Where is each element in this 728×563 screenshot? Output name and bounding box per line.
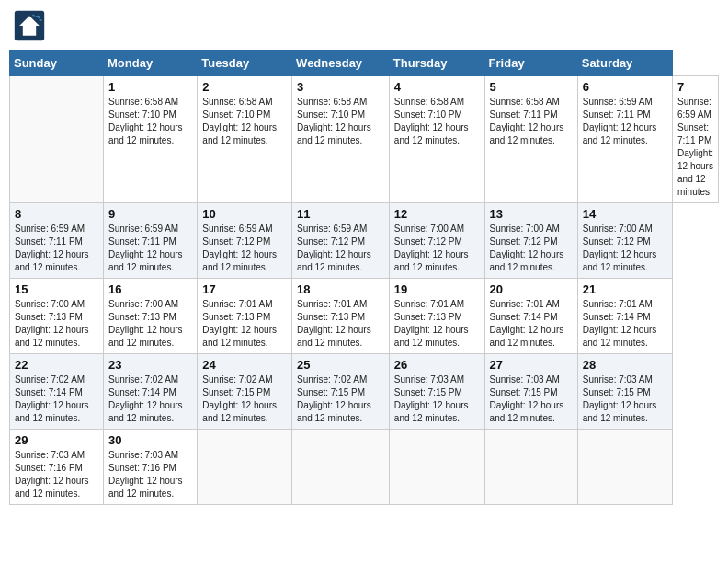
logo-icon <box>13 9 46 42</box>
calendar-day: 18Sunrise: 7:01 AMSunset: 7:13 PMDayligh… <box>292 279 390 354</box>
day-number: 8 <box>15 207 98 221</box>
day-info: Sunrise: 7:01 AMSunset: 7:13 PMDaylight:… <box>202 298 287 350</box>
day-info: Sunrise: 7:00 AMSunset: 7:13 PMDaylight:… <box>108 298 192 350</box>
weekday-header: SundayMondayTuesdayWednesdayThursdayFrid… <box>10 51 719 76</box>
day-info: Sunrise: 6:58 AMSunset: 7:10 PMDaylight:… <box>108 96 192 147</box>
day-number: 6 <box>583 80 667 94</box>
weekday-saturday: Saturday <box>577 51 672 76</box>
day-info: Sunrise: 7:00 AMSunset: 7:12 PMDaylight:… <box>583 223 667 274</box>
calendar-week-3: 15Sunrise: 7:00 AMSunset: 7:13 PMDayligh… <box>10 279 719 354</box>
day-info: Sunrise: 7:03 AMSunset: 7:15 PMDaylight:… <box>490 373 573 425</box>
calendar-day: 11Sunrise: 6:59 AMSunset: 7:12 PMDayligh… <box>292 203 390 279</box>
calendar-day: 22Sunrise: 7:02 AMSunset: 7:14 PMDayligh… <box>10 354 104 430</box>
day-number: 2 <box>202 80 287 94</box>
calendar-week-5: 29Sunrise: 7:03 AMSunset: 7:16 PMDayligh… <box>10 430 719 505</box>
calendar-day <box>292 430 390 505</box>
day-number: 16 <box>108 282 192 296</box>
day-number: 29 <box>15 433 98 447</box>
day-number: 13 <box>490 207 573 221</box>
weekday-wednesday: Wednesday <box>292 51 390 76</box>
calendar-day: 13Sunrise: 7:00 AMSunset: 7:12 PMDayligh… <box>484 203 577 279</box>
calendar-day: 28Sunrise: 7:03 AMSunset: 7:15 PMDayligh… <box>577 354 672 430</box>
calendar-day: 9Sunrise: 6:59 AMSunset: 7:11 PMDaylight… <box>104 203 198 279</box>
calendar-day: 6Sunrise: 6:59 AMSunset: 7:11 PMDaylight… <box>577 76 672 203</box>
calendar-week-2: 8Sunrise: 6:59 AMSunset: 7:11 PMDaylight… <box>10 203 719 279</box>
day-number: 4 <box>394 80 480 94</box>
day-number: 18 <box>297 282 384 296</box>
calendar-day: 7Sunrise: 6:59 AMSunset: 7:11 PMDaylight… <box>673 76 719 203</box>
day-info: Sunrise: 7:01 AMSunset: 7:14 PMDaylight:… <box>490 298 573 350</box>
calendar-week-1: 1Sunrise: 6:58 AMSunset: 7:10 PMDaylight… <box>10 76 719 203</box>
day-info: Sunrise: 6:59 AMSunset: 7:12 PMDaylight:… <box>202 223 287 274</box>
day-info: Sunrise: 7:00 AMSunset: 7:12 PMDaylight:… <box>490 223 573 274</box>
calendar-day: 30Sunrise: 7:03 AMSunset: 7:16 PMDayligh… <box>104 430 198 505</box>
calendar-day: 2Sunrise: 6:58 AMSunset: 7:10 PMDaylight… <box>198 76 292 203</box>
calendar-day: 10Sunrise: 6:59 AMSunset: 7:12 PMDayligh… <box>198 203 292 279</box>
day-info: Sunrise: 7:03 AMSunset: 7:16 PMDaylight:… <box>108 449 192 500</box>
calendar-day <box>484 430 577 505</box>
day-info: Sunrise: 7:02 AMSunset: 7:14 PMDaylight:… <box>15 373 98 425</box>
day-info: Sunrise: 7:01 AMSunset: 7:13 PMDaylight:… <box>394 298 480 350</box>
day-number: 5 <box>490 80 573 94</box>
day-number: 22 <box>15 358 98 372</box>
day-number: 10 <box>202 207 287 221</box>
header <box>9 9 719 42</box>
day-info: Sunrise: 7:03 AMSunset: 7:16 PMDaylight:… <box>15 449 98 500</box>
day-number: 28 <box>583 358 667 372</box>
day-info: Sunrise: 7:03 AMSunset: 7:15 PMDaylight:… <box>583 373 667 425</box>
calendar-day: 8Sunrise: 6:59 AMSunset: 7:11 PMDaylight… <box>10 203 104 279</box>
calendar-day: 23Sunrise: 7:02 AMSunset: 7:14 PMDayligh… <box>104 354 198 430</box>
weekday-sunday: Sunday <box>10 51 104 76</box>
day-number: 27 <box>490 358 573 372</box>
calendar-week-4: 22Sunrise: 7:02 AMSunset: 7:14 PMDayligh… <box>10 354 719 430</box>
day-info: Sunrise: 6:58 AMSunset: 7:10 PMDaylight:… <box>297 96 384 147</box>
logo <box>13 9 50 42</box>
day-number: 14 <box>583 207 667 221</box>
day-info: Sunrise: 7:02 AMSunset: 7:15 PMDaylight:… <box>202 373 287 425</box>
calendar-day <box>389 430 484 505</box>
calendar-day: 19Sunrise: 7:01 AMSunset: 7:13 PMDayligh… <box>389 279 484 354</box>
day-info: Sunrise: 7:00 AMSunset: 7:12 PMDaylight:… <box>394 223 480 274</box>
calendar-day: 3Sunrise: 6:58 AMSunset: 7:10 PMDaylight… <box>292 76 390 203</box>
day-info: Sunrise: 7:02 AMSunset: 7:15 PMDaylight:… <box>297 373 384 425</box>
calendar-day: 1Sunrise: 6:58 AMSunset: 7:10 PMDaylight… <box>104 76 198 203</box>
calendar-day: 27Sunrise: 7:03 AMSunset: 7:15 PMDayligh… <box>484 354 577 430</box>
calendar-day: 5Sunrise: 6:58 AMSunset: 7:11 PMDaylight… <box>484 76 577 203</box>
day-info: Sunrise: 7:01 AMSunset: 7:13 PMDaylight:… <box>297 298 384 350</box>
day-number: 26 <box>394 358 480 372</box>
calendar-day <box>577 430 672 505</box>
calendar-day: 24Sunrise: 7:02 AMSunset: 7:15 PMDayligh… <box>198 354 292 430</box>
day-info: Sunrise: 6:58 AMSunset: 7:10 PMDaylight:… <box>394 96 480 147</box>
day-number: 15 <box>15 282 98 296</box>
day-number: 23 <box>108 358 192 372</box>
calendar-day: 4Sunrise: 6:58 AMSunset: 7:10 PMDaylight… <box>389 76 484 203</box>
day-number: 24 <box>202 358 287 372</box>
calendar-table: SundayMondayTuesdayWednesdayThursdayFrid… <box>9 50 719 505</box>
calendar-day: 26Sunrise: 7:03 AMSunset: 7:15 PMDayligh… <box>389 354 484 430</box>
calendar-day: 17Sunrise: 7:01 AMSunset: 7:13 PMDayligh… <box>198 279 292 354</box>
calendar-day: 25Sunrise: 7:02 AMSunset: 7:15 PMDayligh… <box>292 354 390 430</box>
day-info: Sunrise: 6:58 AMSunset: 7:10 PMDaylight:… <box>202 96 287 147</box>
day-number: 3 <box>297 80 384 94</box>
weekday-thursday: Thursday <box>389 51 484 76</box>
empty-cell <box>10 76 104 203</box>
day-info: Sunrise: 7:03 AMSunset: 7:15 PMDaylight:… <box>394 373 480 425</box>
calendar-day <box>198 430 292 505</box>
day-info: Sunrise: 6:59 AMSunset: 7:11 PMDaylight:… <box>583 96 667 147</box>
day-info: Sunrise: 7:01 AMSunset: 7:14 PMDaylight:… <box>583 298 667 350</box>
calendar-day: 20Sunrise: 7:01 AMSunset: 7:14 PMDayligh… <box>484 279 577 354</box>
day-number: 30 <box>108 433 192 447</box>
day-number: 7 <box>677 80 713 94</box>
calendar-day: 29Sunrise: 7:03 AMSunset: 7:16 PMDayligh… <box>10 430 104 505</box>
weekday-friday: Friday <box>484 51 577 76</box>
day-number: 21 <box>583 282 667 296</box>
day-info: Sunrise: 6:59 AMSunset: 7:11 PMDaylight:… <box>108 223 192 274</box>
day-info: Sunrise: 6:58 AMSunset: 7:11 PMDaylight:… <box>490 96 573 147</box>
day-number: 25 <box>297 358 384 372</box>
day-info: Sunrise: 7:02 AMSunset: 7:14 PMDaylight:… <box>108 373 192 425</box>
day-number: 19 <box>394 282 480 296</box>
weekday-monday: Monday <box>104 51 198 76</box>
calendar-day: 16Sunrise: 7:00 AMSunset: 7:13 PMDayligh… <box>104 279 198 354</box>
day-number: 12 <box>394 207 480 221</box>
calendar-day: 14Sunrise: 7:00 AMSunset: 7:12 PMDayligh… <box>577 203 672 279</box>
